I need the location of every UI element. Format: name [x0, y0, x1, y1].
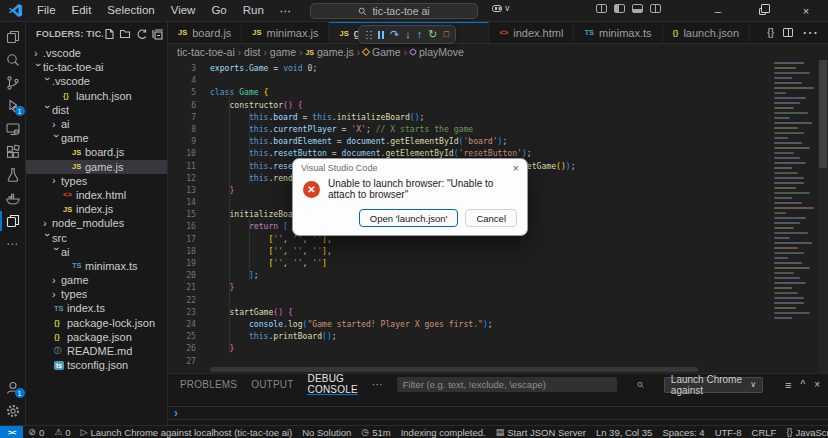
cancel-button[interactable]: Cancel — [465, 209, 517, 227]
customize-layout-icon[interactable] — [596, 4, 607, 13]
activity-testing-button[interactable] — [0, 164, 26, 186]
close-button[interactable]: × — [784, 0, 828, 22]
tree-item-types[interactable]: ›types — [26, 287, 167, 301]
code-line-7[interactable]: 7 this.board = this.initializeBoard(); — [168, 111, 768, 123]
code-line-24[interactable]: 24 console.log("Game started! Player X g… — [168, 318, 768, 330]
command-center-search[interactable]: tic-tac-toe ai — [310, 3, 478, 19]
tree-item-ai[interactable]: ›ai — [26, 245, 167, 259]
tree-item-.vscode[interactable]: ›.vscode — [26, 74, 167, 88]
activity-explorer-button[interactable] — [0, 26, 26, 48]
panel-tab-output[interactable]: OUTPUT — [251, 374, 293, 395]
minimize-button[interactable]: – — [696, 0, 740, 22]
pause-button[interactable] — [378, 31, 384, 39]
tree-item-ai[interactable]: ›ai — [26, 117, 167, 131]
code-line-23[interactable]: 23 startGame() { — [168, 306, 768, 318]
tree-item-board.js[interactable]: JSboard.js — [26, 145, 167, 159]
tree-item-tsconfig.json[interactable]: tstsconfig.json — [26, 358, 167, 372]
tab-index.html[interactable]: <>index.html — [489, 22, 574, 43]
tree-item-launch.json[interactable]: {}launch.json — [26, 89, 167, 103]
code-line-6[interactable]: 6 constructor() { — [168, 99, 768, 111]
code-line-18[interactable]: 18 ['', '', ''], — [168, 245, 768, 257]
code-line-21[interactable]: 21 } — [168, 281, 768, 293]
menu-go[interactable]: Go — [204, 2, 233, 20]
code-line-22[interactable]: 22 — [168, 294, 768, 306]
panel-tab-problems[interactable]: PROBLEMS — [180, 374, 237, 395]
toggle-panel-icon[interactable] — [632, 4, 643, 13]
clear-console-icon[interactable]: ≡ — [785, 379, 791, 391]
collapse-all-icon[interactable] — [151, 28, 163, 40]
braces-icon[interactable]: {} — [767, 27, 774, 38]
activity-pages-view-button[interactable] — [0, 210, 26, 232]
step-into-button[interactable]: ↓ — [405, 29, 411, 40]
activity-search-button[interactable] — [0, 49, 26, 71]
tree-item-index.html[interactable]: <>index.html — [26, 188, 167, 202]
dialog-close-button[interactable]: × — [513, 162, 519, 174]
code-line-19[interactable]: 19 ['', '', ''] — [168, 257, 768, 269]
open-launch-json-button[interactable]: Open 'launch.json' — [359, 209, 459, 227]
activity-run-and-debug-button[interactable]: 1 — [0, 95, 26, 117]
code-line-3[interactable]: 3exports.Game = void 0; — [168, 62, 768, 74]
more-actions-icon[interactable]: ⋯ — [802, 23, 818, 42]
tree-item-package-lock.json[interactable]: {}package-lock.json — [26, 316, 167, 330]
code-line-27[interactable]: 27 — [168, 355, 768, 367]
status-spaces-4[interactable]: Spaces: 4 — [657, 426, 709, 438]
breadcrumb-Game[interactable]: Game — [363, 46, 401, 58]
breadcrumb-playMove[interactable]: playMove — [410, 46, 464, 58]
status-clock[interactable]: ◷51m — [356, 426, 395, 438]
tree-item-types[interactable]: ›types — [26, 174, 167, 188]
new-folder-icon[interactable] — [119, 28, 131, 40]
menu-selection[interactable]: Selection — [100, 2, 161, 20]
menu-run[interactable]: Run — [236, 2, 271, 20]
tree-item-minimax.ts[interactable]: TSminimax.ts — [26, 259, 167, 273]
stop-button[interactable]: □ — [443, 29, 448, 40]
restore-button[interactable] — [740, 0, 784, 22]
tree-item-game.js[interactable]: JSgame.js — [26, 160, 167, 174]
code-line-26[interactable]: 26 } — [168, 342, 768, 354]
step-out-button[interactable]: ↑ — [417, 29, 423, 40]
breadcrumb-game[interactable]: game — [270, 46, 296, 58]
tree-item-README.md[interactable]: ⓘREADME.md — [26, 344, 167, 358]
status-braces[interactable]: {}JavaScript — [781, 426, 828, 438]
debug-session-dropdown[interactable]: Launch Chrome against ∨ — [664, 377, 763, 393]
status-indexing-completed-[interactable]: Indexing completed. — [396, 426, 491, 438]
refresh-icon[interactable] — [135, 28, 147, 40]
toggle-primary-sidebar-icon[interactable] — [614, 4, 625, 13]
status-ln-39-col-35[interactable]: Ln 39, Col 35 — [591, 426, 658, 438]
split-editor-icon[interactable] — [783, 28, 793, 37]
tree-item-src[interactable]: ›src — [26, 230, 167, 244]
tree-item-.vscode[interactable]: ›.vscode — [26, 46, 167, 60]
panel-more-actions[interactable]: ⋯ — [372, 378, 383, 391]
debug-filter-input[interactable] — [403, 379, 611, 390]
tree-item-game[interactable]: ›game — [26, 273, 167, 287]
tree-item-node_modules[interactable]: ›node_modules — [26, 216, 167, 230]
breadcrumb-dist[interactable]: dist — [244, 46, 260, 58]
tab-launch.json[interactable]: {}launch.json — [663, 22, 751, 43]
maximize-panel-icon[interactable]: ^ — [800, 379, 805, 390]
debug-console-input[interactable]: › — [168, 406, 828, 420]
breadcrumb[interactable]: tic-tac-toe-ai›dist›game›JSgame.js›Game›… — [168, 44, 828, 60]
tab-board.js[interactable]: JSboard.js — [168, 22, 242, 43]
status-debug[interactable]: ▷Launch Chrome against localhost (tic-ta… — [76, 426, 298, 438]
code-line-9[interactable]: 9 this.boardElement = document.getElemen… — [168, 135, 768, 147]
code-line-5[interactable]: 5class Game { — [168, 86, 768, 98]
tree-item-dist[interactable]: ›dist — [26, 103, 167, 117]
panel-tab-debug-console[interactable]: DEBUG CONSOLE — [307, 374, 357, 395]
activity-remote-explorer-button[interactable] — [0, 118, 26, 140]
toggle-secondary-sidebar-icon[interactable] — [650, 4, 661, 13]
tree-item-index.js[interactable]: JSindex.js — [26, 202, 167, 216]
code-line-25[interactable]: 25 this.printBoard(); — [168, 330, 768, 342]
tree-item-package.json[interactable]: {}package.json — [26, 330, 167, 344]
tree-item-index.ts[interactable]: TSindex.ts — [26, 301, 167, 315]
activity-settings-button[interactable] — [0, 400, 26, 422]
new-file-icon[interactable] — [103, 28, 115, 40]
menu-view[interactable]: View — [164, 2, 203, 20]
horizontal-scrollbar[interactable] — [210, 367, 698, 372]
close-panel-icon[interactable]: × — [814, 379, 820, 390]
tab-minimax.ts[interactable]: TSminimax.ts — [574, 22, 662, 43]
restart-button[interactable]: ↻ — [428, 29, 437, 40]
minimap[interactable] — [772, 62, 818, 365]
menu-file[interactable]: File — [30, 2, 63, 20]
tab-minimax.js[interactable]: JSminimax.js — [242, 22, 329, 43]
tree-item-game[interactable]: ›game — [26, 131, 167, 145]
activity-extensions-button[interactable] — [0, 141, 26, 163]
